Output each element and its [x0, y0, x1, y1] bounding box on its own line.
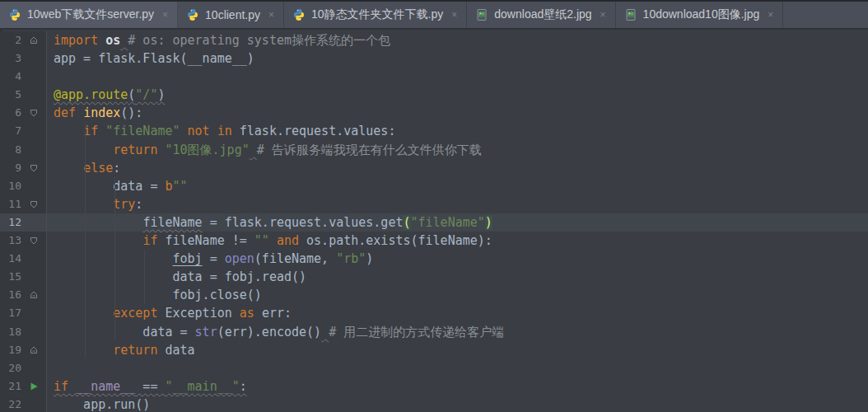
code-token — [54, 197, 113, 212]
code-token: data = — [54, 179, 165, 194]
code-line[interactable]: 14 fobj = open(fileName, "rb") — [0, 250, 868, 268]
code-token: # os: operating system操作系统的一个包 — [128, 33, 390, 48]
line-number: 16 — [0, 286, 21, 304]
code-line[interactable]: 3 app = flask.Flask(__name__) — [0, 49, 868, 68]
code-line[interactable]: 19 return data — [0, 341, 868, 359]
code-token — [54, 233, 142, 248]
code-token — [180, 124, 188, 138]
code-token — [54, 161, 83, 176]
python-file-icon — [292, 8, 306, 21]
code-line[interactable]: 2 import os # os: operating system操作系统的一… — [0, 31, 868, 49]
code-token: "fileName" — [105, 124, 180, 138]
code-line[interactable]: 15 data = fobj.read() — [0, 268, 868, 286]
line-number: 11 — [0, 195, 21, 213]
code-token: ( — [128, 87, 135, 102]
code-token: (fileName, — [254, 251, 336, 266]
gutter: 14 — [0, 250, 47, 268]
code-token: str — [195, 325, 217, 339]
code-line[interactable]: 18 data = str(err).encode() # 用二进制的方式传递给… — [0, 323, 868, 341]
code-text: import os # os: operating system操作系统的一个包 — [47, 31, 390, 49]
code-token: not in — [188, 124, 232, 138]
close-icon[interactable]: × — [268, 9, 274, 21]
run-icon[interactable] — [21, 377, 46, 396]
gutter: 15 — [0, 268, 47, 286]
line-number: 14 — [0, 250, 21, 268]
code-token: as — [232, 306, 262, 321]
gutter: 9 — [0, 159, 47, 177]
code-text — [47, 359, 54, 377]
line-number: 22 — [0, 396, 21, 412]
code-line[interactable]: 9 else: — [0, 159, 868, 177]
code-line[interactable]: 10 data = b"" — [0, 177, 868, 195]
code-token: else — [83, 161, 113, 176]
code-token: os.path.exists(fileName): — [299, 233, 492, 248]
editor-tab[interactable]: 10静态文件夹文件下载.py × — [284, 2, 467, 28]
code-line[interactable]: 16 fobj.close() — [0, 286, 868, 304]
code-token: "__main__" — [165, 379, 239, 394]
code-token — [54, 124, 83, 138]
close-icon[interactable]: × — [600, 9, 606, 21]
code-token: if — [83, 124, 105, 138]
gutter: 16 — [0, 286, 47, 304]
code-line[interactable]: 11 try: — [0, 195, 868, 213]
gutter: 7 — [0, 122, 47, 140]
code-token: fileName — [142, 215, 202, 230]
tab-label: 10静态文件夹文件下载.py — [311, 7, 443, 22]
gutter: 13 — [0, 232, 47, 250]
close-icon[interactable]: × — [162, 9, 168, 21]
ide-window: 10web下载文件server.py × 10client.py × 10静态文… — [0, 0, 868, 412]
code-line[interactable]: 13 if fileName != "" and os.path.exists(… — [0, 232, 868, 250]
editor-tab[interactable]: 10download10图像.jpg × — [616, 2, 784, 28]
gutter: 19 — [0, 341, 47, 359]
editor-tab[interactable]: download壁纸2.jpg × — [467, 2, 615, 28]
code-line[interactable]: 5 @app.route("/") — [0, 86, 868, 104]
fold-down-icon[interactable] — [21, 159, 46, 177]
code-text: app.run() — [47, 396, 150, 412]
code-line[interactable]: 6 def index(): — [0, 104, 868, 122]
code-token — [54, 251, 173, 266]
code-line[interactable]: 21 if __name__ == "__main__": — [0, 377, 868, 396]
line-number: 21 — [0, 377, 21, 396]
code-line[interactable]: 8 return "10图像.jpg" # 告诉服务端我现在有什么文件供你下载 — [0, 141, 868, 159]
fold-up-icon[interactable] — [21, 341, 46, 359]
line-number: 6 — [0, 104, 21, 122]
image-file-icon — [475, 8, 488, 21]
code-token: : — [113, 161, 120, 176]
code-line[interactable]: 4 — [0, 68, 868, 86]
code-token: return — [113, 343, 165, 358]
code-line[interactable]: 22 app.run() — [0, 396, 868, 412]
code-token: ) — [366, 251, 373, 266]
editor-tab[interactable]: 10client.py × — [178, 2, 284, 28]
indent-guide — [85, 122, 86, 358]
editor-tab-bar: 10web下载文件server.py × 10client.py × 10静态文… — [0, 0, 868, 30]
code-token: b — [165, 179, 172, 194]
code-token: if — [142, 233, 165, 248]
code-line[interactable]: 12 fileName = flask.request.values.get("… — [0, 213, 868, 232]
code-token: try — [113, 197, 135, 212]
fold-up-icon[interactable] — [21, 31, 46, 49]
code-token: # 告诉服务端我现在有什么文件供你下载 — [257, 143, 482, 157]
code-line[interactable]: 20 — [0, 359, 868, 377]
code-token — [54, 215, 142, 230]
code-token: (): — [120, 105, 142, 120]
image-file-icon — [624, 8, 637, 21]
gutter: 6 — [0, 104, 47, 122]
fold-up-icon[interactable] — [21, 286, 46, 304]
code-text: fobj = open(fileName, "rb") — [47, 250, 373, 268]
code-token: Exception — [165, 306, 231, 321]
code-token: == — [135, 379, 165, 394]
editor-tab[interactable]: 10web下载文件server.py × — [0, 2, 178, 28]
fold-down-icon[interactable] — [21, 232, 46, 250]
code-editor[interactable]: 2 import os # os: operating system操作系统的一… — [0, 31, 868, 412]
code-line[interactable]: 17 except Exception as err: — [0, 304, 868, 322]
code-token: "" — [173, 179, 188, 194]
code-token: flask.request.values: — [232, 124, 396, 138]
code-line[interactable]: 7 if "fileName" not in flask.request.val… — [0, 122, 868, 140]
code-token — [120, 33, 128, 48]
code-token: app = flask.Flask(__name__) — [54, 51, 254, 66]
fold-down-icon[interactable] — [21, 195, 46, 213]
close-icon[interactable]: × — [451, 9, 457, 21]
code-token — [54, 343, 113, 358]
close-icon[interactable]: × — [768, 9, 773, 21]
fold-down-icon[interactable] — [21, 104, 46, 122]
